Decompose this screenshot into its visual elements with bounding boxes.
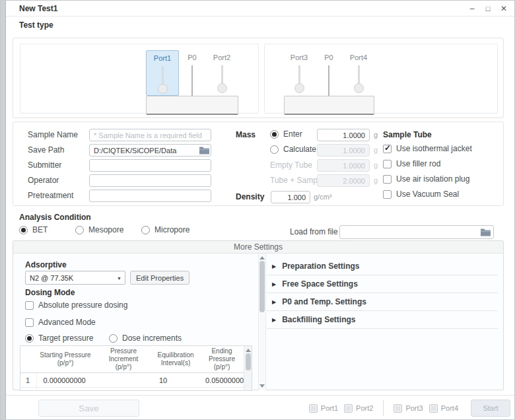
parent-window-edge [1, 1, 6, 420]
p0-tube-icon [328, 65, 329, 96]
footer-divider [383, 400, 384, 416]
folder-icon[interactable] [199, 146, 210, 155]
micropore-radio[interactable]: Micropore [141, 225, 189, 234]
advanced-mode-label: Advanced Mode [38, 318, 96, 327]
mass-heading: Mass [236, 130, 256, 139]
col-pressure-increment: Pressure Increment(p/p°) [94, 346, 153, 373]
radio-icon [141, 226, 150, 234]
advanced-mode-checkbox[interactable]: Advanced Mode [25, 318, 96, 327]
port1-selector[interactable]: Port1 [146, 50, 179, 96]
pretreatment-input[interactable] [89, 190, 211, 202]
mass-calculate-input [317, 144, 370, 157]
folder-icon[interactable] [480, 228, 491, 236]
sample-name-label: Sample Name [28, 130, 78, 139]
port2-selector[interactable]: Port2 [205, 50, 238, 96]
ending-pressure-cell[interactable]: 0.100000000 [199, 388, 245, 392]
density-input[interactable] [271, 191, 310, 203]
isothermal-jacket-checkbox[interactable]: ✓ Use isothermal jacket [383, 144, 472, 153]
checkbox-icon [383, 160, 392, 168]
mass-calculate-radio[interactable]: Calculate [270, 145, 316, 154]
section-preparation-settings[interactable]: ▶ Preparation Settings [267, 258, 498, 275]
footer-port4-checkbox[interactable]: Port4 [429, 404, 458, 413]
starting-pressure-cell[interactable]: 0.050000000 [36, 388, 94, 392]
start-button[interactable]: Start [471, 400, 510, 417]
mesopore-label: Mesopore [88, 225, 123, 234]
scrollbar-thumb[interactable] [246, 353, 251, 370]
equilibration-interval-cell[interactable]: 10 [153, 373, 199, 388]
analysis-condition-heading: Analysis Condition [19, 213, 91, 222]
submitter-input[interactable] [89, 159, 211, 172]
station-2: Port3 P0 Port4 [264, 44, 498, 114]
more-settings-header[interactable]: More Settings [13, 241, 503, 254]
mass-enter-radio[interactable]: Enter [270, 129, 302, 139]
pressure-increment-cell[interactable] [94, 373, 153, 388]
left-pane-scrollbar[interactable] [258, 254, 266, 390]
radio-icon [25, 334, 34, 343]
footer-port2-checkbox[interactable]: Port2 [344, 404, 373, 413]
port2-label: Port2 [213, 53, 230, 61]
section-label: Free Space Settings [282, 279, 358, 289]
port3-selector[interactable]: Port3 [283, 50, 316, 96]
row-index: 2 [20, 388, 36, 392]
tube-sample-unit: g [374, 176, 378, 184]
target-pressure-radio[interactable]: Target pressure [25, 333, 93, 343]
dose-increments-radio[interactable]: Dose increments [109, 333, 182, 343]
row-index: 1 [20, 373, 36, 388]
p0-tube-icon [191, 65, 193, 96]
scroll-down-icon[interactable] [259, 384, 265, 388]
edit-properties-button[interactable]: Edit Properties [130, 271, 189, 285]
mesopore-radio[interactable]: Mesopore [75, 225, 123, 234]
vacuum-seal-checkbox[interactable]: Use Vacuum Seal [383, 190, 459, 199]
absolute-pressure-dosing-checkbox[interactable]: Absolute pressure dosing [25, 300, 127, 310]
port4-selector[interactable]: Port4 [342, 50, 375, 96]
scroll-up-icon[interactable] [246, 349, 251, 352]
sample-tube-icon [358, 65, 360, 85]
load-from-file-input[interactable] [339, 225, 494, 239]
empty-tube-label: Empty Tube [270, 160, 312, 170]
save-path-input[interactable] [89, 144, 211, 157]
footer-bar: Save Port1 Port2 Port3 Port4 Start [6, 395, 515, 420]
dewar-bath [146, 96, 238, 115]
p0-label: P0 [324, 53, 333, 61]
air-isolation-plug-checkbox[interactable]: Use air isolation plug [383, 174, 469, 184]
pressure-increment-cell[interactable] [94, 388, 153, 392]
checkbox-icon: ✓ [383, 145, 392, 153]
table-row: 1 0.000000000 10 0.050000000 [20, 373, 245, 388]
station-1: Port1 P0 Port2 [20, 44, 259, 114]
operator-label: Operator [28, 176, 59, 185]
footer-port4-label: Port4 [441, 404, 458, 412]
stations-box: Port1 P0 Port2 Port3 [13, 38, 504, 118]
bet-radio[interactable]: BET [19, 225, 48, 234]
scrollbar-thumb[interactable] [259, 261, 265, 312]
ending-pressure-cell[interactable]: 0.050000000 [199, 373, 245, 388]
filler-rod-checkbox[interactable]: Use filler rod [383, 159, 440, 168]
section-free-space-settings[interactable]: ▶ Free Space Settings [267, 275, 498, 293]
operator-input[interactable] [89, 174, 211, 187]
sample-tube-icon [221, 65, 223, 85]
minimize-icon[interactable]: – [466, 3, 478, 15]
save-button[interactable]: Save [38, 400, 139, 417]
equilibration-interval-cell[interactable]: 10 [153, 388, 199, 392]
checkmark-icon: ✓ [384, 143, 391, 153]
section-p0-and-temp-settings[interactable]: ▶ P0 and Temp. Settings [267, 293, 498, 311]
mass-calculate-label: Calculate [283, 145, 316, 154]
radio-icon [109, 334, 118, 343]
maximize-icon[interactable]: □ [482, 3, 494, 15]
tube-bulb-icon [354, 83, 364, 93]
density-unit: g/cm³ [314, 193, 332, 201]
scroll-up-icon[interactable] [259, 256, 265, 260]
starting-pressure-cell[interactable]: 0.000000000 [36, 373, 94, 388]
close-icon[interactable]: ✕ [498, 3, 510, 15]
radio-icon [270, 145, 279, 154]
mass-enter-input[interactable] [317, 129, 370, 141]
section-backfilling-settings[interactable]: ▶ Backfilling Settings [267, 311, 498, 329]
tube-sample-input [317, 174, 370, 187]
sample-name-input[interactable] [89, 129, 211, 141]
footer-port3-checkbox[interactable]: Port3 [394, 404, 423, 413]
tube-bulb-icon [158, 84, 168, 94]
load-from-file-label: Load from file [290, 227, 338, 236]
chevron-right-icon: ▶ [272, 299, 276, 305]
table-scrollbar[interactable] [244, 346, 252, 390]
footer-port1-checkbox[interactable]: Port1 [309, 404, 338, 413]
adsorptive-select[interactable]: N2 @ 77.35K ▼ [25, 271, 125, 285]
